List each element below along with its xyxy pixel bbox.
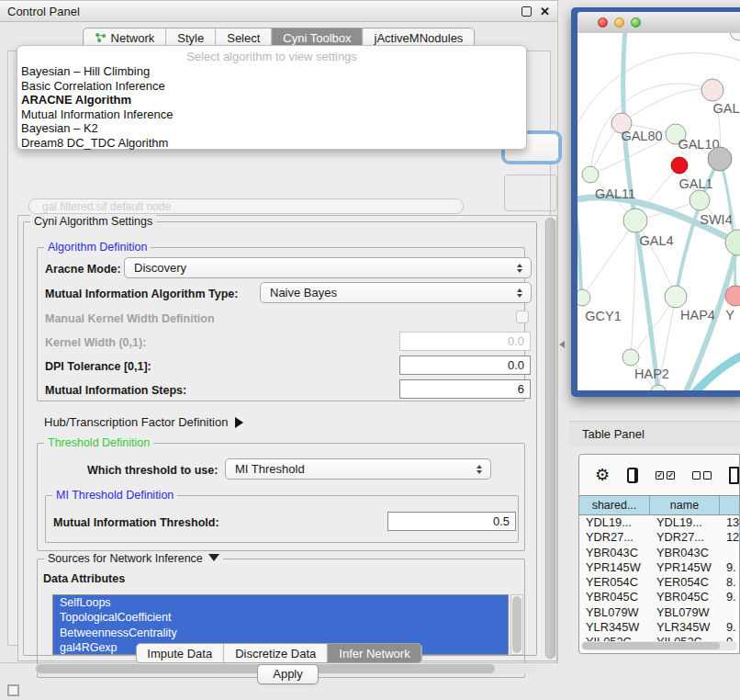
tab-cyni-toolbox[interactable]: Cyni Toolbox — [272, 28, 363, 47]
table-row[interactable]: YER054CYER054C8. — [579, 575, 740, 590]
panel-splitter-arrow[interactable] — [559, 341, 565, 348]
dpi-tolerance-input[interactable]: 0.0 — [399, 356, 531, 375]
node-label: HAP4 — [680, 308, 715, 322]
mi-algorithm-type-combo[interactable]: Naive Bayes — [260, 282, 532, 303]
network-node-gcy1[interactable] — [577, 289, 590, 306]
group-border-fragment — [504, 175, 557, 211]
attribute-item[interactable]: BetweennessCentrality — [53, 626, 508, 640]
hub-definition-toggle[interactable]: Hub/Transcription Factor Definition — [44, 415, 243, 429]
network-node-gal[interactable] — [701, 79, 723, 101]
tab-jactivemnodules[interactable]: jActiveMNodules — [364, 28, 475, 47]
algorithm-option[interactable]: Dream8 DC_TDC Algorithm — [17, 136, 526, 151]
float-panel-icon[interactable] — [521, 6, 532, 17]
mi-steps-label: Mutual Information Steps: — [45, 384, 186, 397]
group-title: Threshold Definition — [44, 436, 153, 449]
minimize-traffic-light-icon[interactable] — [614, 17, 624, 28]
node-label: GAL — [712, 101, 739, 116]
tab-impute-data[interactable]: Impute Data — [136, 644, 224, 662]
table-cell: YDR27... — [579, 530, 650, 545]
attribute-item[interactable]: TopologicalCoefficient — [53, 610, 508, 625]
mi-type-label: Mutual Information Algorithm Type: — [45, 288, 238, 300]
attributes-list-scrollbar[interactable] — [510, 594, 523, 655]
tab-discretize-data[interactable]: Discretize Data — [224, 644, 328, 662]
table-row[interactable]: YDL19...YDL19...13 — [579, 515, 740, 530]
network-node-hap2[interactable] — [622, 349, 639, 366]
group-title: MI Threshold Definition — [52, 489, 177, 502]
control-panel-title: Control Panel — [7, 5, 521, 18]
tab-label: jActiveMNodules — [375, 31, 464, 45]
network-node-gal4[interactable] — [623, 209, 647, 232]
table-row[interactable]: YDR27...YDR27...12 — [579, 530, 740, 545]
mi-steps-input[interactable]: 6 — [399, 379, 531, 399]
network-canvas[interactable]: GALGAL80GAL10GAL11GAL1SWI4GAL4GCY1HAP4YH… — [577, 33, 740, 390]
tab-network[interactable]: Network — [84, 28, 167, 47]
zoom-traffic-light-icon[interactable] — [631, 17, 641, 28]
network-window-titlebar[interactable] — [577, 12, 740, 33]
stepper-arrows-icon — [517, 288, 522, 298]
tab-infer-network[interactable]: Infer Network — [328, 644, 420, 662]
manual-kernel-checkbox[interactable] — [516, 310, 529, 323]
attribute-item[interactable]: SelfLoops — [53, 595, 508, 610]
dpi-tolerance-label: DPI Tolerance [0,1]: — [45, 360, 151, 373]
kernel-width-input[interactable]: 0.0 — [399, 332, 531, 351]
algorithm-option[interactable]: ARACNE Algorithm — [17, 93, 526, 107]
table-cell: YER054C — [650, 575, 720, 590]
close-traffic-light-icon[interactable] — [598, 17, 608, 28]
table-horizontal-scrollbar[interactable] — [581, 641, 737, 650]
algorithm-option[interactable]: Mutual Information Inference — [17, 107, 526, 122]
network-graph: GALGAL80GAL10GAL11GAL1SWI4GAL4GCY1HAP4YH… — [577, 33, 740, 390]
table-row[interactable]: YBR045CYBR045C9. — [579, 590, 740, 604]
column-view-icon[interactable] — [627, 468, 638, 483]
table-cell: 12 — [720, 530, 740, 545]
table-panel-title: Table Panel — [582, 427, 645, 441]
gear-icon[interactable]: ⚙ — [595, 467, 610, 483]
aracne-mode-combo[interactable]: Discovery — [124, 257, 532, 278]
table-cell: 9. — [720, 620, 740, 635]
algorithm-dropdown-popup: Select algorithm to view settings Bayesi… — [17, 45, 527, 150]
column-header[interactable]: A — [720, 496, 740, 514]
deselect-all-icon[interactable] — [692, 471, 712, 480]
mi-type-value: Naive Bayes — [270, 286, 337, 299]
table-row[interactable]: YBL079WYBL079W — [579, 605, 740, 620]
table-row[interactable]: YPR145WYPR145W9. — [579, 560, 740, 575]
network-node-swi4[interactable] — [725, 230, 740, 255]
close-icon[interactable]: ✕ — [540, 6, 550, 17]
algorithm-option[interactable]: Bayesian – Hill Climbing — [17, 64, 526, 79]
mi-threshold-input[interactable]: 0.5 — [387, 512, 516, 531]
network-node-hap4[interactable] — [665, 286, 687, 308]
node-table: shared...nameA YDL19...YDL19...13YDR27..… — [579, 495, 740, 650]
apply-button[interactable]: Apply — [257, 664, 319, 684]
table-cell: 13 — [720, 515, 740, 530]
algorithm-option[interactable]: Bayesian – K2 — [17, 121, 526, 136]
tab-style[interactable]: Style — [166, 28, 216, 47]
column-header[interactable]: shared... — [579, 496, 650, 514]
settings-vertical-scrollbar[interactable] — [544, 217, 556, 660]
new-table-icon[interactable] — [729, 467, 739, 484]
aracne-mode-value: Discovery — [134, 261, 186, 275]
table-row[interactable]: YLR345WYLR345W9. — [579, 620, 740, 635]
algorithm-option[interactable]: Basic Correlation Inference — [17, 79, 526, 94]
sources-group-title[interactable]: Sources for Network Inference — [44, 552, 223, 565]
select-all-icon[interactable]: ✓✓ — [656, 471, 675, 480]
table-cell: YDL19... — [650, 515, 720, 530]
table-row[interactable]: YBR043CYBR043C — [579, 546, 740, 560]
tab-label: Cyni Toolbox — [283, 31, 351, 45]
node-label: Y — [725, 308, 734, 322]
network-node[interactable] — [730, 33, 740, 40]
network-node[interactable] — [708, 147, 732, 171]
sources-title-label: Sources for Network Inference — [48, 552, 203, 565]
manual-kernel-label: Manual Kernel Width Definition — [45, 312, 215, 325]
algorithm-placeholder: Select algorithm to view settings — [17, 49, 526, 64]
network-selector-combo[interactable]: gal filtered.sif default node — [28, 198, 464, 214]
table-cell: 9. — [720, 590, 740, 604]
hub-definition-label: Hub/Transcription Factor Definition — [44, 415, 228, 429]
table-cell: YPR145W — [650, 560, 720, 575]
which-threshold-label: Which threshold to use: — [87, 464, 218, 477]
column-header[interactable]: name — [650, 496, 720, 514]
which-threshold-combo[interactable]: MI Threshold — [225, 458, 491, 480]
collapsed-panel-icon[interactable] — [7, 684, 19, 696]
tab-select[interactable]: Select — [216, 28, 272, 47]
network-node[interactable] — [671, 157, 688, 174]
network-node-gal11[interactable] — [582, 166, 599, 183]
network-node-gal1[interactable] — [690, 190, 710, 210]
